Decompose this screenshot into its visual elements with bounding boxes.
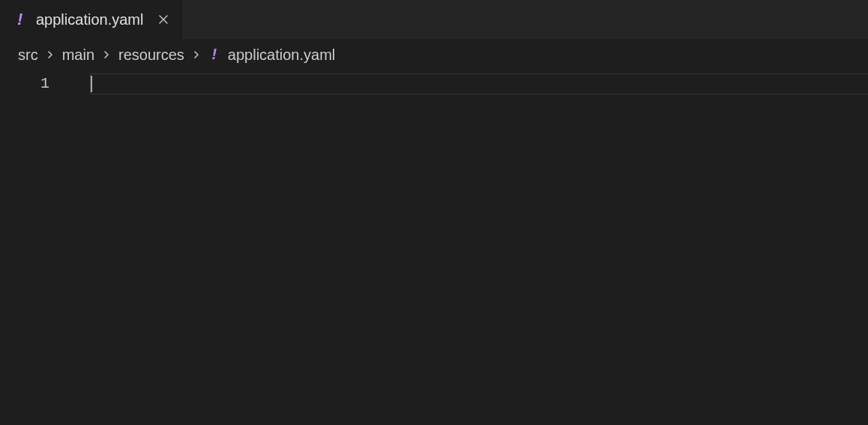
yaml-file-icon: ! <box>208 48 222 61</box>
svg-text:!: ! <box>211 47 217 62</box>
close-icon[interactable] <box>155 11 172 28</box>
breadcrumb-file[interactable]: ! application.yaml <box>208 46 335 64</box>
editor-area[interactable]: 1 <box>0 69 868 425</box>
chevron-right-icon <box>100 49 112 61</box>
breadcrumb-segment[interactable]: main <box>62 46 94 64</box>
code-content[interactable] <box>69 69 868 425</box>
code-line[interactable] <box>69 73 868 94</box>
line-number: 1 <box>0 73 49 94</box>
chevron-right-icon <box>44 49 56 61</box>
breadcrumb-segment[interactable]: src <box>18 46 38 64</box>
breadcrumb-segment[interactable]: resources <box>118 46 184 64</box>
text-cursor <box>91 76 92 92</box>
current-line-highlight <box>90 73 868 94</box>
editor-tab[interactable]: ! application.yaml <box>0 0 183 39</box>
tab-label: application.yaml <box>36 11 143 28</box>
breadcrumb-file-label: application.yaml <box>228 46 335 64</box>
tab-bar: ! application.yaml <box>0 0 868 39</box>
yaml-file-icon: ! <box>13 12 28 27</box>
chevron-right-icon <box>190 49 202 61</box>
line-gutter: 1 <box>0 69 69 425</box>
svg-text:!: ! <box>17 11 22 28</box>
breadcrumb: src main resources ! application.yaml <box>0 39 868 69</box>
